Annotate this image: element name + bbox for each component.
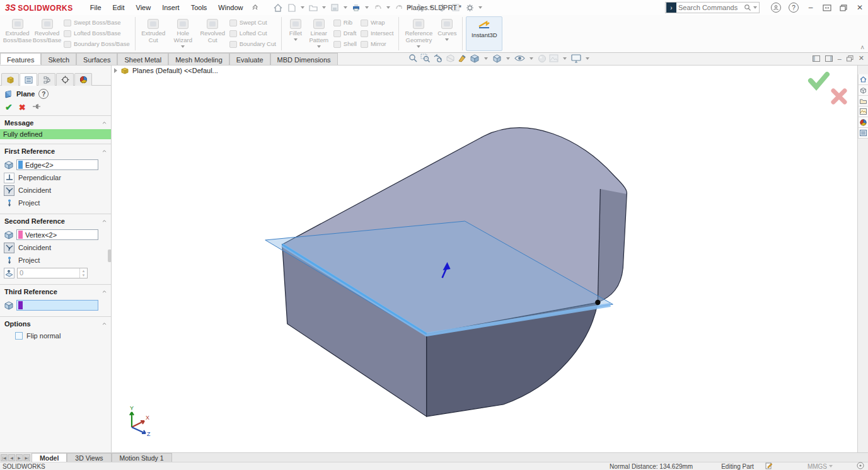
display-style-caret[interactable]	[506, 57, 510, 60]
minimize-button[interactable]: –	[802, 1, 819, 14]
spin-down-icon[interactable]: ▼	[80, 273, 87, 278]
view-orientation-icon[interactable]	[470, 54, 480, 63]
project-option[interactable]: Project	[0, 197, 111, 209]
tag-icon[interactable]	[857, 462, 864, 470]
undo-caret[interactable]	[386, 6, 390, 9]
doc-minimize-icon[interactable]: –	[838, 55, 842, 62]
scroll-first-icon[interactable]: |◀	[1, 454, 8, 461]
new-doc-icon[interactable]	[286, 2, 298, 13]
undo-icon[interactable]	[371, 2, 384, 13]
view-orientation-caret[interactable]	[484, 57, 488, 60]
linear-pattern-caret[interactable]	[317, 45, 321, 48]
swept-boss-base-button[interactable]: Swept Boss/Base	[64, 19, 130, 28]
draft-button[interactable]: Draft	[333, 30, 357, 38]
display-style-icon[interactable]	[492, 54, 502, 63]
tab-mesh-modeling[interactable]: Mesh Modeling	[168, 53, 229, 65]
swept-cut-button[interactable]: Swept Cut	[229, 19, 276, 28]
tab-configuration-manager[interactable]	[38, 73, 55, 86]
properties-list-icon[interactable]	[449, 2, 462, 13]
tab-display-manager[interactable]	[74, 73, 92, 86]
hide-show-icon[interactable]	[514, 54, 525, 62]
show-pane-left-icon[interactable]	[813, 55, 820, 62]
wrap-button[interactable]: Wrap	[361, 19, 393, 28]
span-displays-button[interactable]	[819, 1, 835, 14]
tab-3d-views[interactable]: 3D Views	[67, 453, 111, 462]
tab-surfaces[interactable]: Surfaces	[76, 53, 117, 65]
menu-tools[interactable]: Tools	[185, 1, 213, 14]
confirm-cancel-icon[interactable]	[833, 91, 845, 102]
apply-scene-icon[interactable]	[549, 54, 558, 62]
pm-help-icon[interactable]: ?	[38, 89, 49, 99]
reference-geometry-caret[interactable]	[417, 45, 420, 48]
boundary-boss-base-button[interactable]: Boundary Boss/Base	[64, 40, 130, 49]
second-reference-field[interactable]: Vertex<2>	[16, 229, 98, 240]
third-reference-field[interactable]	[16, 300, 98, 311]
zoom-fit-icon[interactable]	[408, 54, 418, 63]
tab-property-manager[interactable]	[20, 73, 37, 86]
design-library-icon[interactable]	[858, 85, 868, 96]
boundary-cut-button[interactable]: Boundary Cut	[229, 40, 276, 49]
tab-features[interactable]: Features	[0, 53, 41, 65]
offset-spinner[interactable]: ▲▼	[79, 268, 87, 278]
account-icon[interactable]	[771, 3, 781, 13]
doc-restore-icon[interactable]	[847, 55, 854, 62]
file-explorer-icon[interactable]	[858, 96, 868, 106]
instant3d-button[interactable]: Instant3D	[466, 16, 502, 51]
redo-icon[interactable]	[393, 2, 405, 13]
search-commands-box[interactable]: ›	[665, 2, 760, 13]
custom-properties-icon[interactable]	[858, 128, 868, 139]
menu-edit[interactable]: Edit	[107, 1, 130, 14]
menu-file[interactable]: File	[84, 1, 107, 14]
revolved-boss-base-button[interactable]: Revolved Boss/Base	[32, 16, 62, 51]
rib-button[interactable]: Rib	[333, 19, 357, 28]
options-gear-icon[interactable]	[463, 2, 476, 13]
intersect-button[interactable]: Intersect	[361, 30, 393, 38]
units-caret[interactable]	[829, 465, 833, 467]
fillet-caret[interactable]	[294, 38, 298, 41]
coincident-option[interactable]: Coincident	[0, 184, 111, 197]
viewport[interactable]: Planes (Default) <<Defaul... Y X Z	[111, 66, 857, 452]
third-reference-header[interactable]: Third Reference	[0, 285, 111, 298]
mirror-button[interactable]: Mirror	[361, 40, 393, 49]
edit-appearance-icon[interactable]	[538, 54, 547, 63]
open-caret[interactable]	[322, 6, 326, 9]
menu-view[interactable]: View	[130, 1, 157, 14]
scroll-left-icon[interactable]: ◀	[8, 454, 15, 461]
confirm-ok-icon[interactable]	[811, 74, 827, 87]
doc-close-icon[interactable]: ✕	[859, 54, 864, 62]
shell-button[interactable]: Shell	[333, 40, 357, 49]
view-settings-icon[interactable]	[571, 54, 581, 63]
view-palette-icon[interactable]	[858, 106, 868, 117]
ok-button[interactable]: ✔	[5, 102, 13, 112]
menu-insert[interactable]: Insert	[156, 1, 185, 14]
select-icon[interactable]	[414, 2, 427, 13]
pin-menu-icon[interactable]	[249, 1, 262, 13]
first-reference-header[interactable]: First Reference	[0, 144, 111, 158]
scroll-right-icon[interactable]: ▶	[16, 454, 23, 461]
view-settings-caret[interactable]	[586, 57, 589, 60]
scroll-last-icon[interactable]: ▶|	[23, 454, 30, 461]
search-input[interactable]	[678, 4, 744, 11]
reference-geometry-button[interactable]: Reference Geometry	[402, 16, 435, 51]
feature-tree-flyout[interactable]: Planes (Default) <<Defaul...	[114, 67, 218, 74]
cancel-button[interactable]: ✖	[19, 103, 26, 112]
section-view-icon[interactable]	[446, 54, 455, 63]
home-icon[interactable]	[272, 2, 284, 13]
offset-distance-input[interactable]: 0 ▲▼	[17, 268, 88, 278]
dynamic-annotation-icon[interactable]	[458, 54, 467, 63]
save-icon[interactable]	[328, 2, 341, 13]
open-icon[interactable]	[307, 2, 320, 13]
tab-sketch[interactable]: Sketch	[41, 53, 76, 65]
previous-view-icon[interactable]	[433, 54, 443, 63]
appearances-scenes-icon[interactable]	[858, 117, 868, 128]
options-header[interactable]: Options	[0, 317, 111, 330]
close-button[interactable]: ✕	[852, 1, 868, 14]
tree-expand-arrow-icon[interactable]	[114, 68, 117, 73]
hide-show-caret[interactable]	[529, 57, 533, 60]
restore-button[interactable]	[835, 1, 852, 14]
options-caret[interactable]	[478, 6, 482, 9]
status-units[interactable]: MMGS	[807, 463, 827, 470]
home-tab-icon[interactable]	[858, 74, 868, 85]
show-pane-right-icon[interactable]	[825, 55, 833, 62]
lofted-boss-base-button[interactable]: Lofted Boss/Base	[64, 30, 130, 38]
